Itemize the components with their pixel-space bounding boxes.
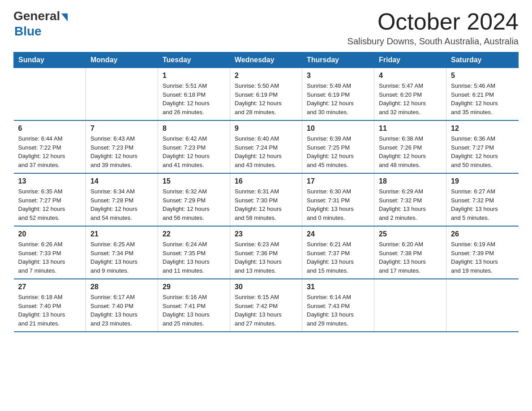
calendar-day-19: 19Sunrise: 6:27 AMSunset: 7:32 PMDayligh… — [446, 173, 519, 226]
day-number: 12 — [451, 124, 514, 133]
day-info: Sunrise: 5:47 AMSunset: 6:20 PMDaylight:… — [379, 81, 442, 116]
calendar-header-tuesday: Tuesday — [158, 52, 230, 68]
day-number: 26 — [451, 230, 514, 238]
day-info: Sunrise: 6:15 AMSunset: 7:42 PMDaylight:… — [235, 293, 297, 328]
calendar-day-25: 25Sunrise: 6:20 AMSunset: 7:38 PMDayligh… — [374, 226, 446, 279]
day-info: Sunrise: 6:30 AMSunset: 7:31 PMDaylight:… — [307, 187, 369, 222]
calendar-empty-cell — [86, 68, 158, 121]
calendar-empty-cell — [446, 279, 519, 332]
calendar-day-15: 15Sunrise: 6:32 AMSunset: 7:29 PMDayligh… — [158, 173, 230, 226]
day-info: Sunrise: 6:14 AMSunset: 7:43 PMDaylight:… — [307, 293, 369, 328]
calendar-table: SundayMondayTuesdayWednesdayThursdayFrid… — [13, 52, 519, 332]
day-info: Sunrise: 6:43 AMSunset: 7:23 PMDaylight:… — [90, 134, 153, 169]
logo-general-text: General — [13, 9, 60, 23]
calendar-day-3: 3Sunrise: 5:49 AMSunset: 6:19 PMDaylight… — [302, 68, 374, 121]
calendar-week-row: 13Sunrise: 6:35 AMSunset: 7:27 PMDayligh… — [14, 173, 519, 226]
calendar-day-31: 31Sunrise: 6:14 AMSunset: 7:43 PMDayligh… — [302, 279, 374, 332]
page-title: October 2024 — [348, 9, 519, 34]
day-number: 3 — [307, 72, 369, 80]
day-number: 10 — [307, 124, 369, 133]
calendar-day-14: 14Sunrise: 6:34 AMSunset: 7:28 PMDayligh… — [86, 173, 158, 226]
day-info: Sunrise: 6:16 AMSunset: 7:41 PMDaylight:… — [163, 293, 225, 328]
day-number: 25 — [379, 230, 442, 238]
day-info: Sunrise: 6:38 AMSunset: 7:26 PMDaylight:… — [379, 134, 442, 169]
day-number: 29 — [163, 283, 225, 291]
calendar-day-7: 7Sunrise: 6:43 AMSunset: 7:23 PMDaylight… — [86, 120, 158, 173]
calendar-empty-cell — [374, 279, 446, 332]
day-number: 7 — [90, 124, 153, 133]
day-number: 6 — [18, 124, 82, 133]
calendar-week-row: 20Sunrise: 6:26 AMSunset: 7:33 PMDayligh… — [14, 226, 519, 279]
day-number: 16 — [235, 177, 297, 185]
day-number: 4 — [379, 72, 442, 80]
calendar-day-11: 11Sunrise: 6:38 AMSunset: 7:26 PMDayligh… — [374, 120, 446, 173]
calendar-day-12: 12Sunrise: 6:36 AMSunset: 7:27 PMDayligh… — [446, 120, 519, 173]
calendar-header-friday: Friday — [374, 52, 446, 68]
calendar-header-monday: Monday — [86, 52, 158, 68]
day-number: 27 — [18, 283, 82, 291]
calendar-day-5: 5Sunrise: 5:46 AMSunset: 6:21 PMDaylight… — [446, 68, 519, 121]
calendar-header-wednesday: Wednesday — [230, 52, 302, 68]
day-info: Sunrise: 6:40 AMSunset: 7:24 PMDaylight:… — [235, 134, 297, 169]
day-number: 11 — [379, 124, 442, 133]
calendar-day-27: 27Sunrise: 6:18 AMSunset: 7:40 PMDayligh… — [14, 279, 86, 332]
day-info: Sunrise: 6:42 AMSunset: 7:23 PMDaylight:… — [163, 134, 225, 169]
calendar-day-10: 10Sunrise: 6:39 AMSunset: 7:25 PMDayligh… — [302, 120, 374, 173]
day-number: 5 — [451, 72, 514, 80]
day-info: Sunrise: 6:24 AMSunset: 7:35 PMDaylight:… — [163, 240, 225, 275]
day-number: 15 — [163, 177, 225, 185]
day-info: Sunrise: 6:19 AMSunset: 7:39 PMDaylight:… — [451, 240, 514, 275]
day-number: 23 — [235, 230, 297, 238]
day-info: Sunrise: 6:20 AMSunset: 7:38 PMDaylight:… — [379, 240, 442, 275]
day-info: Sunrise: 6:23 AMSunset: 7:36 PMDaylight:… — [235, 240, 297, 275]
day-number: 14 — [90, 177, 153, 185]
calendar-day-16: 16Sunrise: 6:31 AMSunset: 7:30 PMDayligh… — [230, 173, 302, 226]
calendar-week-row: 6Sunrise: 6:44 AMSunset: 7:22 PMDaylight… — [14, 120, 519, 173]
calendar-day-24: 24Sunrise: 6:21 AMSunset: 7:37 PMDayligh… — [302, 226, 374, 279]
calendar-header-saturday: Saturday — [446, 52, 519, 68]
day-info: Sunrise: 6:18 AMSunset: 7:40 PMDaylight:… — [18, 293, 82, 328]
calendar-day-8: 8Sunrise: 6:42 AMSunset: 7:23 PMDaylight… — [158, 120, 230, 173]
calendar-day-30: 30Sunrise: 6:15 AMSunset: 7:42 PMDayligh… — [230, 279, 302, 332]
day-info: Sunrise: 5:51 AMSunset: 6:18 PMDaylight:… — [163, 81, 225, 116]
day-number: 19 — [451, 177, 514, 185]
day-info: Sunrise: 6:26 AMSunset: 7:33 PMDaylight:… — [18, 240, 82, 275]
calendar-header-thursday: Thursday — [302, 52, 374, 68]
logo-blue-text: Blue — [14, 24, 42, 39]
day-number: 9 — [235, 124, 297, 133]
calendar-day-26: 26Sunrise: 6:19 AMSunset: 7:39 PMDayligh… — [446, 226, 519, 279]
day-info: Sunrise: 6:25 AMSunset: 7:34 PMDaylight:… — [90, 240, 153, 275]
calendar-day-13: 13Sunrise: 6:35 AMSunset: 7:27 PMDayligh… — [14, 173, 86, 226]
calendar-day-4: 4Sunrise: 5:47 AMSunset: 6:20 PMDaylight… — [374, 68, 446, 121]
calendar-empty-cell — [14, 68, 86, 121]
calendar-day-6: 6Sunrise: 6:44 AMSunset: 7:22 PMDaylight… — [14, 120, 86, 173]
calendar-day-2: 2Sunrise: 5:50 AMSunset: 6:19 PMDaylight… — [230, 68, 302, 121]
day-info: Sunrise: 5:46 AMSunset: 6:21 PMDaylight:… — [451, 81, 514, 116]
day-info: Sunrise: 6:44 AMSunset: 7:22 PMDaylight:… — [18, 134, 82, 169]
calendar-week-row: 27Sunrise: 6:18 AMSunset: 7:40 PMDayligh… — [14, 279, 519, 332]
day-number: 18 — [379, 177, 442, 185]
day-number: 2 — [235, 72, 297, 80]
day-number: 24 — [307, 230, 369, 238]
day-info: Sunrise: 6:35 AMSunset: 7:27 PMDaylight:… — [18, 187, 82, 222]
calendar-day-28: 28Sunrise: 6:17 AMSunset: 7:40 PMDayligh… — [86, 279, 158, 332]
day-info: Sunrise: 5:50 AMSunset: 6:19 PMDaylight:… — [235, 81, 297, 116]
day-info: Sunrise: 6:27 AMSunset: 7:32 PMDaylight:… — [451, 187, 514, 222]
day-info: Sunrise: 6:17 AMSunset: 7:40 PMDaylight:… — [90, 293, 153, 328]
day-number: 1 — [163, 72, 225, 80]
day-number: 22 — [163, 230, 225, 238]
calendar-day-29: 29Sunrise: 6:16 AMSunset: 7:41 PMDayligh… — [158, 279, 230, 332]
day-info: Sunrise: 6:32 AMSunset: 7:29 PMDaylight:… — [163, 187, 225, 222]
day-number: 30 — [235, 283, 297, 291]
calendar-day-9: 9Sunrise: 6:40 AMSunset: 7:24 PMDaylight… — [230, 120, 302, 173]
calendar-day-18: 18Sunrise: 6:29 AMSunset: 7:32 PMDayligh… — [374, 173, 446, 226]
day-info: Sunrise: 6:34 AMSunset: 7:28 PMDaylight:… — [90, 187, 153, 222]
day-info: Sunrise: 6:39 AMSunset: 7:25 PMDaylight:… — [307, 134, 369, 169]
day-number: 21 — [90, 230, 153, 238]
day-info: Sunrise: 6:29 AMSunset: 7:32 PMDaylight:… — [379, 187, 442, 222]
day-info: Sunrise: 6:21 AMSunset: 7:37 PMDaylight:… — [307, 240, 369, 275]
calendar-week-row: 1Sunrise: 5:51 AMSunset: 6:18 PMDaylight… — [14, 68, 519, 121]
calendar-day-21: 21Sunrise: 6:25 AMSunset: 7:34 PMDayligh… — [86, 226, 158, 279]
day-number: 28 — [90, 283, 153, 291]
day-number: 31 — [307, 283, 369, 291]
